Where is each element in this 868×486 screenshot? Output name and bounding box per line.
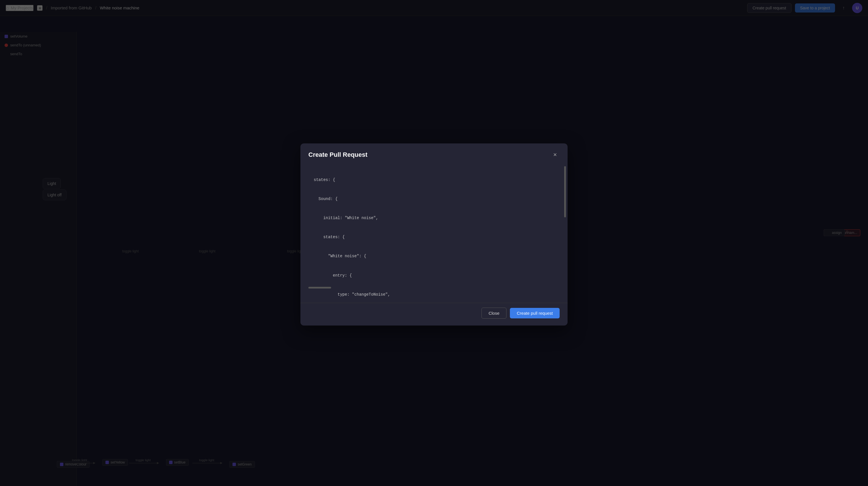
modal-body[interactable]: states: { Sound: { initial: "White noise… — [301, 164, 567, 303]
modal-scrollbar[interactable] — [564, 166, 566, 218]
modal-hscrollbar[interactable] — [308, 287, 331, 288]
modal-close-footer-button[interactable]: Close — [482, 308, 506, 319]
code-line-1: Sound: { — [308, 196, 560, 202]
code-block: states: { Sound: { initial: "White noise… — [308, 164, 560, 303]
code-line-5: entry: { — [308, 272, 560, 279]
modal-create-pr-button[interactable]: Create pull request — [510, 308, 560, 318]
modal-overlay: Create Pull Request × states: { Sound: {… — [0, 0, 868, 486]
modal-header: Create Pull Request × — [301, 143, 567, 164]
code-line-0: states: { — [308, 177, 560, 183]
modal-footer: Close Create pull request — [301, 303, 567, 325]
code-line-2: initial: "White noise", — [308, 215, 560, 221]
code-line-6: type: "changeToNoise", — [308, 291, 560, 297]
modal-close-button[interactable]: × — [551, 150, 560, 159]
modal-title: Create Pull Request — [308, 151, 368, 159]
create-pull-request-modal: Create Pull Request × states: { Sound: {… — [301, 143, 567, 325]
code-line-4: "White noise": { — [308, 253, 560, 259]
code-line-3: states: { — [308, 234, 560, 240]
